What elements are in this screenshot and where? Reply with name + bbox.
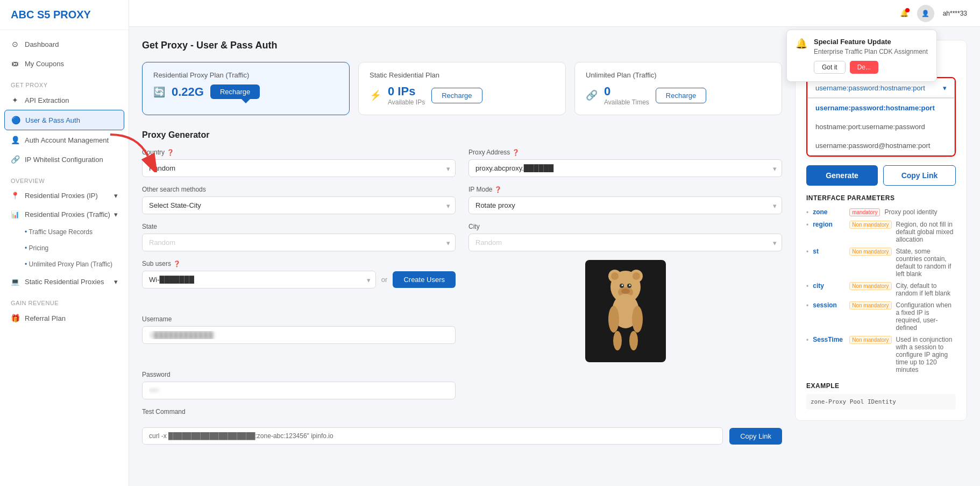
password-group: Password [142, 371, 456, 399]
param-st: • st Non mandatory State, some countries… [806, 248, 956, 278]
other-search-label: Other search methods [142, 186, 456, 193]
city-label: City [468, 223, 782, 230]
api-icon: ✦ [11, 96, 19, 104]
sidebar-item-my-coupons[interactable]: 🎟 My Coupons [0, 54, 129, 73]
notification-bell[interactable]: 🔔 [900, 9, 908, 17]
sidebar-item-residential-ip[interactable]: 📍 Residential Proxies (IP) ▾ [0, 186, 129, 205]
country-label: Country ❓ [142, 149, 456, 156]
other-search-group: Other search methods Select State-City [142, 186, 456, 214]
sidebar: ABC S5 PROXY ⊙ Dashboard 🎟 My Coupons Ge… [0, 0, 129, 486]
interface-params-title: INTERFACE PARAMETERS [806, 194, 956, 202]
test-command-input[interactable]: curl -x ███████████████████:zone-abc:123… [142, 427, 723, 445]
generate-panel: Generate Proxy List PROXY FORMAT usernam… [795, 40, 967, 421]
param-city: • city Non mandatory City, default to ra… [806, 282, 956, 297]
avatar: 👤 [917, 5, 934, 22]
proxy-address-wrap: proxy.abcproxy.██████ [468, 159, 782, 177]
svg-point-9 [629, 285, 630, 286]
sidebar-item-static-residential[interactable]: 💻 Static Residential Proxies ▾ [0, 272, 129, 291]
mascot-image [585, 260, 666, 362]
sidebar-item-ip-whitelist[interactable]: 🔗 IP Whitelist Configuration [0, 150, 129, 169]
content-left: Get Proxy - User & Pass Auth Residential… [142, 40, 782, 473]
other-search-wrap: Select State-City [142, 196, 456, 214]
chevron-down-icon: ▾ [114, 192, 118, 200]
sidebar-item-unlimited-proxy[interactable]: Unlimited Proxy Plan (Traffic) [0, 256, 129, 272]
plan-value-0: 0.22G [172, 85, 204, 99]
other-search-select[interactable]: Select State-City [142, 196, 456, 214]
generate-button[interactable]: Generate [806, 165, 878, 186]
page-title: Get Proxy - User & Pass Auth [142, 40, 782, 51]
logo-text: ABC S5 PROXY [11, 9, 91, 21]
sidebar-item-user-pass-auth[interactable]: 🔵 User & Pass Auth [4, 110, 124, 130]
username-display: ah****33 [943, 10, 967, 17]
notification-banner: 🔔 Special Feature Update Enterprise Traf… [786, 30, 937, 82]
plan-card-static-residential: Static Residential Plan ⚡ 0 IPs Availabl… [358, 62, 566, 115]
plan-icon-0: 🔄 [153, 86, 165, 98]
copy-link-button-panel[interactable]: Copy Link [883, 165, 956, 186]
sidebar-section-get-proxy: Get Proxy [0, 78, 129, 90]
sidebar-item-residential-traffic[interactable]: 📊 Residential Proxies (Traffic) ▾ [0, 205, 129, 224]
recharge-btn-2[interactable]: Recharge [656, 88, 706, 103]
chevron-down-icon-static: ▾ [114, 278, 118, 286]
city-select[interactable]: Random [468, 234, 782, 251]
plan-card-title-0: Residential Proxy Plan (Traffic) [153, 71, 338, 79]
password-input[interactable] [142, 382, 456, 399]
svg-point-14 [613, 331, 622, 350]
sidebar-label-dashboard: Dashboard [25, 40, 59, 48]
country-select[interactable]: Random [142, 159, 456, 177]
param-region: • region Non mandatory Region, do not fi… [806, 221, 956, 243]
static-residential-icon: 💻 [11, 278, 19, 286]
sidebar-label-user-pass: User & Pass Auth [25, 116, 80, 124]
username-group: Username [142, 315, 456, 362]
dropdown-chevron: ▾ [943, 84, 947, 92]
recharge-btn-0[interactable]: Recharge [210, 84, 260, 99]
notification-title: Special Feature Update [814, 38, 928, 46]
residential-ip-icon: 📍 [11, 192, 19, 200]
recharge-btn-1[interactable]: Recharge [431, 88, 482, 103]
sidebar-section-gain: Gain revenue [0, 295, 129, 308]
proxy-format-menu: username:password:hostname:port hostname… [807, 98, 955, 156]
sidebar-item-referral[interactable]: 🎁 Referral Plan [0, 308, 129, 328]
sub-users-select[interactable]: Wi-███████ [142, 271, 376, 288]
format-option-2[interactable]: username:password@hostname:port [808, 136, 954, 155]
selected-format: username:password:hostname:port [815, 84, 925, 92]
sidebar-label-coupons: My Coupons [25, 60, 64, 68]
plan-card-unlimited: Unlimited Plan (Traffic) 🔗 0 Available T… [574, 62, 782, 115]
mascot-area [468, 260, 782, 362]
format-option-0[interactable]: username:password:hostname:port [808, 98, 954, 117]
proxy-address-label: Proxy Address ❓ [468, 149, 782, 156]
ip-mode-select[interactable]: Rotate proxy [468, 196, 782, 214]
country-help-icon: ❓ [167, 149, 174, 156]
sidebar-item-api-extraction[interactable]: ✦ API Extraction [0, 90, 129, 110]
sidebar-label-residential-traffic: Residential Proxies (Traffic) [25, 210, 110, 219]
proxy-address-select[interactable]: proxy.abcproxy.██████ [468, 159, 782, 177]
coupons-icon: 🎟 [11, 59, 19, 68]
sidebar-item-auth-account[interactable]: 👤 Auth Account Management [0, 130, 129, 150]
city-group: City Random [468, 223, 782, 251]
create-users-button[interactable]: Create Users [393, 271, 456, 288]
dashboard-icon: ⊙ [11, 40, 19, 48]
notification-got-button[interactable]: Got it [814, 61, 846, 74]
chevron-down-icon-traffic: ▾ [114, 210, 118, 219]
proxy-generator-form: Country ❓ Random Proxy Address [142, 149, 782, 399]
svg-point-8 [621, 285, 623, 286]
test-command-group: Test Command curl -x ███████████████████… [142, 408, 782, 445]
svg-point-4 [633, 272, 640, 280]
format-option-1[interactable]: hostname:port:username:password [808, 117, 954, 136]
params-list: • zone mandatory Proxy pool identity • r… [806, 208, 956, 374]
residential-traffic-icon: 📊 [11, 210, 19, 219]
notification-bell-icon: 🔔 [796, 38, 807, 50]
copy-link-button-main[interactable]: Copy Link [729, 428, 782, 445]
username-label: Username [142, 315, 456, 323]
sidebar-item-traffic-usage[interactable]: Traffic Usage Records [0, 224, 129, 240]
username-input[interactable] [142, 326, 456, 344]
sidebar-item-pricing[interactable]: Pricing [0, 240, 129, 256]
sidebar-label-auth-account: Auth Account Management [25, 136, 109, 144]
param-zone: • zone mandatory Proxy pool identity [806, 208, 956, 216]
sidebar-item-dashboard[interactable]: ⊙ Dashboard [0, 34, 129, 54]
notification-dismiss-button[interactable]: De... [850, 61, 878, 74]
shield-icon: 🔵 [11, 116, 20, 124]
account-icon: 👤 [11, 136, 19, 144]
state-select[interactable]: Random [142, 234, 456, 251]
ip-mode-group: IP Mode ❓ Rotate proxy [468, 186, 782, 214]
sub-users-help-icon: ❓ [173, 260, 181, 267]
